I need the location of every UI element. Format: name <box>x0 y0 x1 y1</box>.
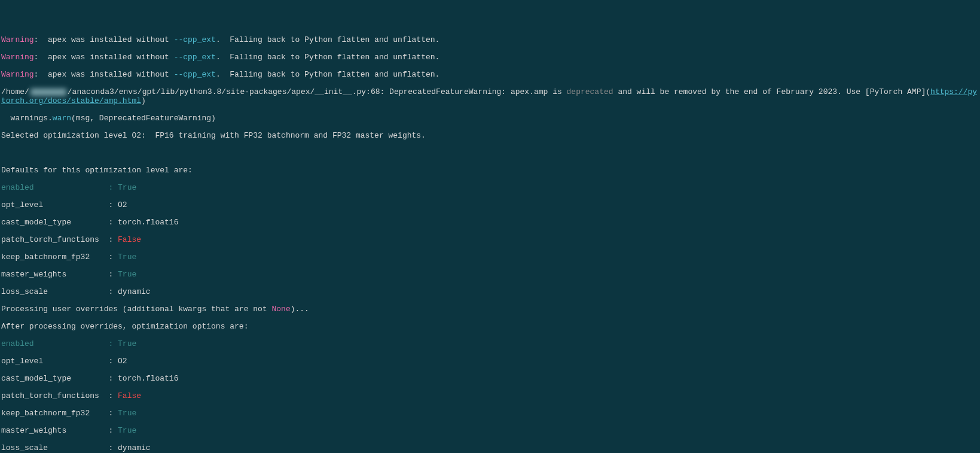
patch-torch-line: patch_torch_functions : False <box>1 392 979 401</box>
warning-line: Warning: apex was installed without --cp… <box>1 53 979 62</box>
keep-bn-line: keep_batchnorm_fp32 : True <box>1 253 979 262</box>
warning-label: Warning <box>1 35 34 44</box>
keep-bn-line: keep_batchnorm_fp32 : True <box>1 409 979 418</box>
cast-model-line: cast_model_type : torch.float16 <box>1 375 979 384</box>
enabled-line: enabled : True <box>1 184 979 193</box>
cpp-ext-flag: --cpp_ext <box>174 35 216 44</box>
master-weights-line: master_weights : True <box>1 270 979 279</box>
cast-model-line: cast_model_type : torch.float16 <box>1 218 979 227</box>
warning-label: Warning <box>1 53 34 62</box>
selected-opt-line: Selected optimization level O2: FP16 tra… <box>1 132 979 141</box>
warning-line: Warning: apex was installed without --cp… <box>1 71 979 80</box>
cpp-ext-flag: --cpp_ext <box>174 70 216 79</box>
defaults-header: Defaults for this optimization level are… <box>1 166 979 175</box>
redacted-username <box>30 89 66 96</box>
false-value: False <box>118 235 141 244</box>
warning-label: Warning <box>1 70 34 79</box>
opt-level-line: opt_level : O2 <box>1 357 979 366</box>
master-weights-line: master_weights : True <box>1 427 979 436</box>
opt-level-line: opt_level : O2 <box>1 201 979 210</box>
warning-line: Warning: apex was installed without --cp… <box>1 36 979 45</box>
loss-scale-line: loss_scale : dynamic <box>1 288 979 297</box>
warnings-warn-line: warnings.warn(msg, DeprecatedFeatureWarn… <box>1 114 979 123</box>
after-processing-header: After processing overrides, optimization… <box>1 323 979 332</box>
blank-line <box>1 149 979 158</box>
patch-torch-line: patch_torch_functions : False <box>1 236 979 245</box>
deprecated-label: deprecated <box>567 87 613 96</box>
processing-line: Processing user overrides (additional kw… <box>1 305 979 314</box>
none-keyword: None <box>271 305 290 314</box>
loss-scale-line: loss_scale : dynamic <box>1 444 979 453</box>
enabled-line: enabled : True <box>1 340 979 349</box>
deprecated-warning-line: /home//anaconda3/envs/gpt/lib/python3.8/… <box>1 88 979 105</box>
false-value: False <box>118 391 141 400</box>
cpp-ext-flag: --cpp_ext <box>174 53 216 62</box>
